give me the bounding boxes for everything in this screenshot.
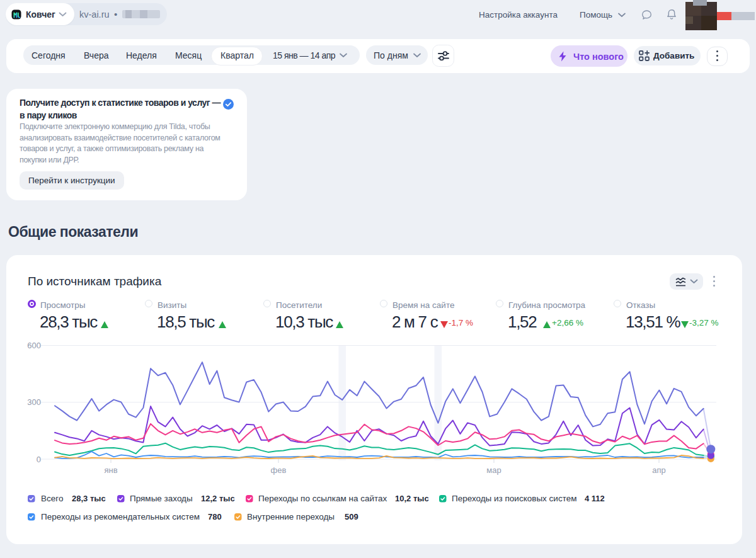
svg-text:мар: мар (486, 465, 501, 475)
svg-text:апр: апр (652, 465, 666, 475)
svg-text:600: 600 (27, 341, 41, 350)
svg-text:янв: янв (104, 465, 117, 475)
svg-text:300: 300 (27, 397, 41, 407)
svg-text:0: 0 (37, 455, 41, 464)
svg-text:фев: фев (271, 465, 287, 475)
